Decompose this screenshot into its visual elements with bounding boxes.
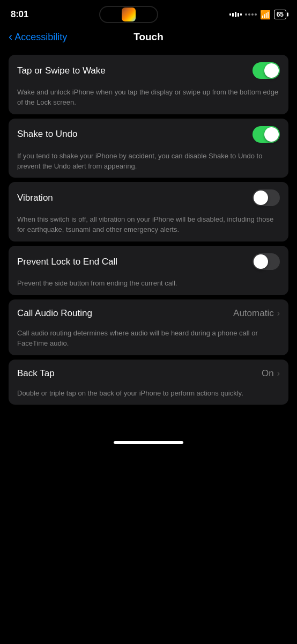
tap-swipe-wake-label: Tap or Swipe to Wake [17,65,106,76]
dynamic-island [99,6,158,23]
shake-to-undo-card: Shake to Undo If you tend to shake your … [9,119,288,178]
status-icons: 📶 65 [229,10,286,20]
settings-content: Tap or Swipe to Wake Wake and unlock iPh… [0,49,297,430]
tap-swipe-wake-toggle[interactable] [253,62,280,79]
shake-to-undo-toggle[interactable] [253,126,280,143]
shake-to-undo-description: If you tend to shake your iPhone by acci… [9,149,288,178]
prevent-lock-label: Prevent Lock to End Call [17,257,117,267]
shake-to-undo-label: Shake to Undo [17,129,77,140]
prevent-lock-toggle[interactable] [253,253,280,270]
sound-icon [229,12,242,17]
toggle-thumb [254,254,268,269]
back-tap-row[interactable]: Back Tap On › [9,360,288,387]
toggle-thumb [254,191,268,205]
back-tap-description: Double or triple tap on the back of your… [9,386,288,405]
back-label: Accessibility [14,32,67,43]
vibration-row: Vibration [9,182,288,214]
vibration-card: Vibration When this switch is off, all v… [9,182,288,241]
prevent-lock-card: Prevent Lock to End Call Prevent the sid… [9,246,288,295]
toggle-thumb [264,127,279,142]
call-audio-routing-label: Call Audio Routing [17,308,92,319]
prevent-lock-row: Prevent Lock to End Call [9,246,288,277]
back-button[interactable]: ‹ Accessibility [9,31,67,44]
tap-swipe-wake-description: Wake and unlock iPhone when you tap the … [9,85,288,114]
tap-swipe-wake-row: Tap or Swipe to Wake [9,55,288,86]
battery-level: 65 [277,11,284,18]
chevron-right-icon: › [277,369,280,378]
toggle-thumb [264,63,279,78]
status-center [99,6,158,23]
vibration-toggle[interactable] [253,189,280,206]
home-indicator [114,441,183,444]
call-audio-routing-card: Call Audio Routing Automatic › Call audi… [9,299,288,355]
battery-indicator: 65 [274,10,286,19]
island-thumbnail [122,8,136,21]
back-tap-nav-right: On › [262,368,280,379]
page-title: Touch [133,31,164,43]
back-chevron-icon: ‹ [9,30,12,44]
back-tap-label: Back Tap [17,368,55,379]
call-audio-routing-description: Call audio routing determines where audi… [9,326,288,355]
back-tap-card: Back Tap On › Double or triple tap on th… [9,360,288,405]
call-audio-routing-nav-right: Automatic › [233,308,280,319]
call-audio-routing-row[interactable]: Call Audio Routing Automatic › [9,299,288,327]
prevent-lock-description: Prevent the side button from ending the … [9,276,288,295]
status-time: 8:01 [11,9,28,20]
signal-icon [245,13,257,16]
nav-header: ‹ Accessibility Touch [0,27,297,49]
shake-to-undo-row: Shake to Undo [9,119,288,150]
back-tap-value: On [262,368,274,379]
chevron-right-icon: › [277,309,280,318]
call-audio-routing-value: Automatic [233,308,274,319]
wifi-icon: 📶 [260,10,271,20]
status-bar: 8:01 📶 65 [0,0,297,27]
vibration-description: When this switch is off, all vibration o… [9,213,288,241]
tap-swipe-wake-card: Tap or Swipe to Wake Wake and unlock iPh… [9,55,288,114]
vibration-label: Vibration [17,193,53,203]
